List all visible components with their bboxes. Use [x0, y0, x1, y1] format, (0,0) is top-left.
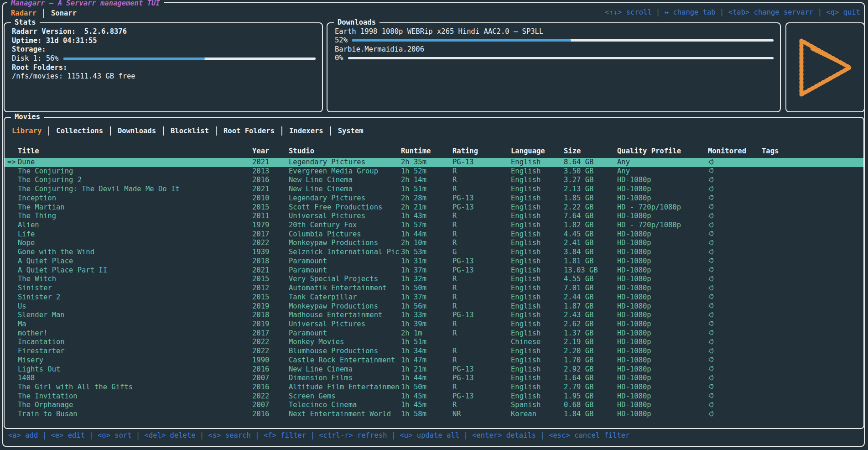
table-row[interactable]: =>14082007Dimension Films1h 44mPG-13Engl… [5, 374, 863, 383]
monitored-tag-icon [708, 293, 714, 301]
movies-tab-blocklist[interactable]: Blocklist [171, 127, 209, 135]
table-row[interactable]: =>Gone with the Wind1939Selznick Interna… [5, 248, 863, 257]
cell-title: =>1408 [5, 374, 252, 383]
table-row[interactable]: =>The Witch2015Very Special Projects1h 3… [5, 275, 863, 284]
downloads-panel-title: Downloads [334, 18, 379, 26]
table-row[interactable]: =>The Martian2015Scott Free Productions2… [5, 203, 863, 212]
cell-language: English [511, 347, 564, 356]
cell-size: 4.55 GB [564, 275, 617, 284]
cell-language: English [511, 203, 564, 212]
cell-rating: R [452, 185, 511, 194]
table-row[interactable]: =>Ma2019Universal Pictures1h 39mREnglish… [5, 320, 863, 329]
cell-runtime: 1h 37m [401, 266, 452, 275]
servarr-tab-sonarr[interactable]: Sonarr [51, 9, 77, 17]
cell-runtime: 1h 50m [401, 383, 452, 392]
table-row[interactable]: =>Sinister2012Automatik Entertainment1h … [5, 284, 863, 293]
table-row[interactable]: =>Nope2022Monkeypaw Productions2h 10mREn… [5, 239, 863, 248]
cell-title: =>A Quiet Place [5, 257, 252, 266]
table-row[interactable]: =>A Quiet Place2018Paramount1h 31mPG-13E… [5, 257, 863, 266]
cell-rating: PG-13 [452, 392, 511, 401]
movies-tab-collections[interactable]: Collections [56, 127, 103, 135]
table-row[interactable]: =>The Thing2011Universal Pictures1h 43mR… [5, 212, 863, 221]
movies-tab-indexers[interactable]: Indexers [289, 127, 323, 135]
cell-rating: R [452, 167, 511, 176]
column-header-rating: Rating [452, 147, 511, 156]
table-row[interactable]: =>Life2017Columbia Pictures1h 44mREnglis… [5, 230, 863, 239]
cell-studio: Paramount [289, 329, 401, 338]
cell-rating: R [452, 302, 511, 311]
table-row[interactable]: =>The Conjuring: The Devil Made Me Do It… [5, 185, 863, 194]
table-row[interactable]: =>mother!2017Paramount2h 1mREnglish1.37 … [5, 329, 863, 338]
servarr-tab-radarr[interactable]: Radarr [11, 9, 36, 17]
table-row[interactable]: =>Train to Busan2016Next Entertainment W… [5, 410, 863, 419]
bottom-keybind-help: <a> add | <e> edit | <o> sort | <del> de… [8, 431, 629, 440]
cell-quality-profile: Any [617, 158, 708, 167]
table-row[interactable]: =>The Orphanage2007Telecinco Cinema1h 45… [5, 401, 863, 410]
tab-divider-line [330, 126, 331, 136]
table-row[interactable]: =>Sinister 22015Tank Caterpillar1h 37mRE… [5, 293, 863, 302]
cell-studio: New Line Cinema [289, 185, 401, 194]
table-row[interactable]: =>Misery1990Castle Rock Entertainment1h … [5, 356, 863, 365]
column-header-runtime: Runtime [401, 147, 452, 156]
cell-title: =>The Orphanage [5, 401, 252, 410]
table-row[interactable]: =>The Girl with All the Gifts2016Altitud… [5, 383, 863, 392]
cell-quality-profile: HD-1080p [617, 212, 708, 221]
cell-title: =>The Witch [5, 275, 252, 284]
table-row[interactable]: =>The Conjuring 22016New Line Cinema2h 1… [5, 176, 863, 185]
cell-year: 2021 [252, 266, 289, 275]
cell-year: 2016 [252, 410, 289, 419]
cell-runtime: 1h 50m [401, 284, 452, 293]
cell-rating: PG-13 [452, 203, 511, 212]
movies-tab-library[interactable]: Library [12, 127, 42, 135]
download-item-progress-line: 52% [335, 36, 774, 45]
download-percent-label: 52% [335, 36, 348, 45]
cell-rating: R [452, 176, 511, 185]
cell-monitored [708, 401, 762, 410]
monitored-tag-icon [708, 230, 714, 238]
table-row[interactable]: =>Lights Out2016New Line Cinema1h 21mPG-… [5, 365, 863, 374]
cell-monitored [708, 221, 762, 230]
movies-tab-downloads[interactable]: Downloads [118, 127, 156, 135]
cell-studio: Monkey Movies [289, 338, 401, 347]
cell-rating: R [452, 212, 511, 221]
cell-language: English [511, 230, 564, 239]
cell-title: =>The Conjuring: The Devil Made Me Do It [5, 185, 252, 194]
movies-tab-system[interactable]: System [338, 127, 364, 135]
table-row[interactable]: =>Incantation2022Monkey Movies1h 51mChin… [5, 338, 863, 347]
movies-tab-root-folders[interactable]: Root Folders [223, 127, 275, 135]
table-row[interactable]: =>Us2019Monkeypaw Productions1h 56mREngl… [5, 302, 863, 311]
table-row[interactable]: =>Alien197920th Century Fox1h 57mREnglis… [5, 221, 863, 230]
table-row[interactable]: =>Firestarter2022Blumhouse Productions1h… [5, 347, 863, 356]
cell-title: =>Dune [5, 158, 252, 167]
table-row[interactable]: =>Dune2021Legendary Pictures2h 35mPG-13E… [5, 158, 863, 167]
cell-size: 2.79 GB [564, 383, 617, 392]
cell-language: English [511, 311, 564, 320]
cell-year: 2019 [252, 302, 289, 311]
table-row[interactable]: =>The Invitation2022Screen Gems1h 45mPG-… [5, 392, 863, 401]
stats-version: Radarr Version: 5.2.6.8376 [12, 27, 127, 36]
cell-language: Spanish [511, 401, 564, 410]
column-header-quality-profile: Quality Profile [617, 147, 708, 156]
cell-rating: PG-13 [452, 158, 511, 167]
cell-title: =>The Conjuring 2 [5, 176, 252, 185]
cell-rating: R [452, 230, 511, 239]
table-row[interactable]: =>The Conjuring2013Evergreen Media Group… [5, 167, 863, 176]
cell-year: 1990 [252, 356, 289, 365]
monitored-tag-icon [708, 194, 714, 202]
cell-monitored [708, 284, 762, 293]
table-row[interactable]: =>A Quiet Place Part II2021Paramount1h 3… [5, 266, 863, 275]
cell-year: 2016 [252, 176, 289, 185]
monitored-tag-icon [708, 284, 714, 292]
cell-runtime: 2h 1m [401, 329, 452, 338]
cell-studio: Automatik Entertainment [289, 284, 401, 293]
download-progress-bar [348, 57, 774, 59]
cell-studio: Selznick International Pic [289, 248, 401, 257]
column-header-size: Size [564, 147, 617, 156]
table-row[interactable]: =>Slender Man2018Madhouse Entertainment1… [5, 311, 863, 320]
table-row[interactable]: =>Inception2010Legendary Pictures2h 28mP… [5, 194, 863, 203]
cell-monitored [708, 365, 762, 374]
column-header-studio: Studio [289, 147, 401, 156]
cell-title: =>Ma [5, 320, 252, 329]
cell-title: =>Life [5, 230, 252, 239]
cell-title: =>The Girl with All the Gifts [5, 383, 252, 392]
